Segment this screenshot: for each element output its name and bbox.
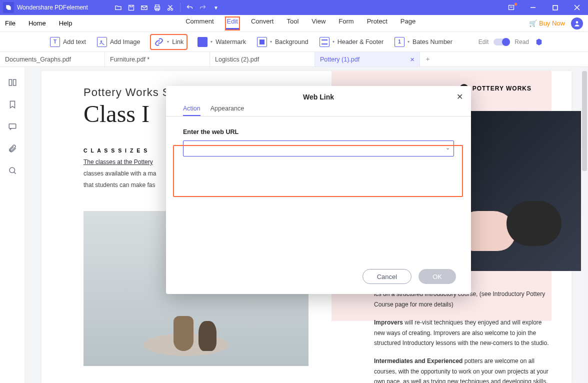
tab-pottery[interactable]: Pottery (1).pdf× (315, 52, 420, 66)
maximize-button[interactable] (544, 0, 566, 15)
tool-background[interactable]: ▾Background (257, 37, 308, 47)
title-bar: Wondershare PDFelement ▼ (0, 0, 588, 15)
main-area: ▶ POTTERY WORKS Pottery Works Studio Cla… (0, 67, 588, 383)
tab-documents-graphs[interactable]: Documents_Graphs.pdf (0, 52, 105, 66)
menu-bar: File Home Help Comment Edit Convert Tool… (0, 15, 588, 32)
svg-rect-0 (129, 5, 134, 10)
menu-convert[interactable]: Convert (250, 18, 275, 30)
menu-page[interactable]: Page (400, 18, 416, 30)
tab-logistics[interactable]: Logistics (2).pdf (210, 52, 315, 66)
tool-add-image[interactable]: Add Image (97, 37, 140, 47)
menu-home[interactable]: Home (28, 20, 46, 27)
cancel-button[interactable]: Cancel (362, 269, 412, 284)
ok-button[interactable]: OK (418, 269, 456, 284)
dialog-close-button[interactable]: ✕ (456, 92, 463, 102)
url-input[interactable] (183, 140, 454, 156)
attachment-icon[interactable] (7, 143, 18, 154)
save-icon[interactable] (125, 0, 138, 15)
tool-header-footer[interactable]: ▾Header & Footer (320, 37, 384, 47)
menu-comment[interactable]: Comment (184, 18, 214, 30)
close-tab-icon[interactable]: × (410, 55, 414, 64)
mail-icon[interactable] (138, 0, 151, 15)
app-title: Wondershare PDFelement (17, 4, 98, 11)
comment-icon[interactable] (7, 121, 18, 132)
menu-tool[interactable]: Tool (286, 18, 300, 30)
close-button[interactable] (566, 0, 588, 15)
bookmark-icon[interactable] (7, 99, 18, 110)
document-viewport[interactable]: POTTERY WORKS Pottery Works Studio Class… (25, 67, 588, 383)
tool-bates-number[interactable]: 1▾Bates Number (394, 37, 452, 47)
left-sidebar (0, 67, 25, 383)
svg-point-20 (10, 168, 15, 173)
mode-edit-label: Edit (478, 38, 489, 46)
svg-rect-9 (553, 6, 558, 10)
svg-point-5 (168, 8, 170, 10)
dialog-title: Web Link (166, 86, 471, 105)
svg-point-13 (100, 40, 102, 42)
settings-icon[interactable] (534, 37, 544, 47)
svg-point-6 (171, 8, 173, 10)
dialog-tab-action[interactable]: Action (183, 105, 200, 116)
mode-read-label: Read (514, 38, 529, 46)
more-icon[interactable]: ▼ (210, 0, 222, 15)
svg-rect-17 (9, 80, 12, 86)
thumbnails-icon[interactable] (7, 77, 18, 88)
edit-toolbar: TAdd text Add Image ▾Link ▾Watermark ▾Ba… (0, 32, 588, 52)
notification-icon[interactable] (500, 0, 522, 15)
menu-form[interactable]: Form (338, 18, 354, 30)
tool-watermark[interactable]: ▾Watermark (198, 37, 246, 47)
selected-text[interactable]: The classes at the Pottery (84, 158, 153, 166)
cart-icon: 🛒 (529, 20, 537, 27)
web-link-dialog: Web Link ✕ Action Appearance Enter the w… (166, 86, 471, 294)
buy-now-button[interactable]: 🛒 Buy Now (529, 20, 565, 27)
menu-edit[interactable]: Edit (226, 18, 239, 30)
svg-point-12 (576, 21, 578, 24)
dialog-tabs: Action Appearance (166, 105, 471, 116)
edit-read-toggle[interactable] (494, 38, 510, 46)
url-label: Enter the web URL (183, 128, 454, 136)
tool-add-text[interactable]: TAdd text (50, 37, 86, 47)
svg-rect-19 (9, 124, 16, 128)
menu-protect[interactable]: Protect (366, 18, 388, 30)
app-logo (3, 2, 14, 13)
print-icon[interactable] (151, 0, 164, 15)
cut-icon[interactable] (164, 0, 177, 15)
menu-view[interactable]: View (310, 18, 326, 30)
undo-icon[interactable] (184, 0, 196, 15)
url-dropdown-icon[interactable]: ⌄ (446, 144, 450, 151)
minimize-button[interactable] (522, 0, 544, 15)
redo-icon[interactable] (196, 0, 210, 15)
tool-link[interactable]: ▾Link (151, 35, 186, 49)
avatar[interactable] (571, 18, 583, 30)
tab-furniture[interactable]: Furniture.pdf * (105, 52, 210, 66)
new-tab-button[interactable]: ＋ (420, 52, 435, 66)
search-icon[interactable] (7, 165, 18, 176)
vertical-scrollbar[interactable] (581, 67, 588, 383)
folder-icon[interactable] (112, 0, 125, 15)
document-tabs: Documents_Graphs.pdf Furniture.pdf * Log… (0, 52, 588, 67)
dialog-tab-appearance[interactable]: Appearance (210, 105, 244, 116)
svg-rect-18 (13, 80, 16, 86)
menu-help[interactable]: Help (59, 20, 72, 27)
svg-marker-16 (536, 38, 542, 46)
menu-file[interactable]: File (5, 20, 16, 27)
